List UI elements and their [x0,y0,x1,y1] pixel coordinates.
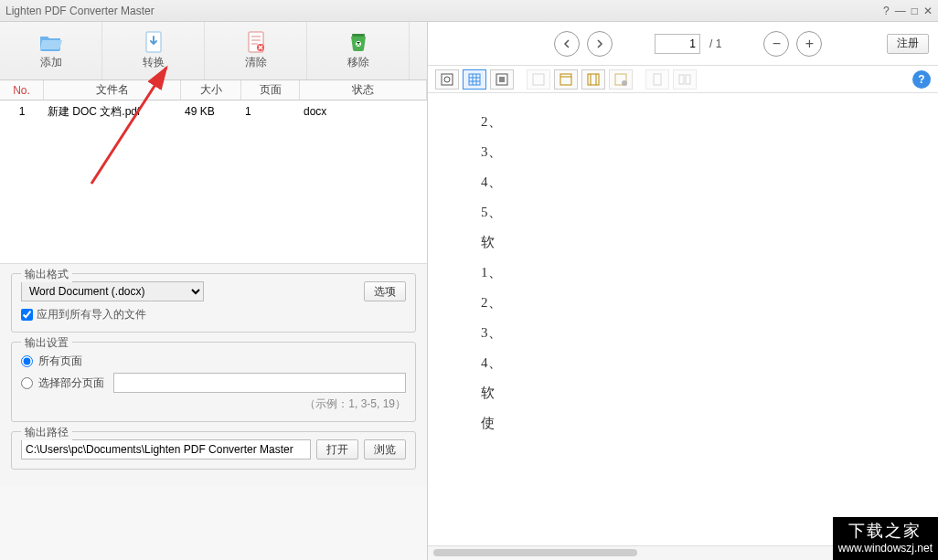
clear-label: 清除 [245,55,267,70]
svg-rect-18 [560,74,571,85]
apply-all-checkbox[interactable]: 应用到所有导入的文件 [21,307,406,322]
left-panel: 添加 转换 清除 移除 No. 文 [0,22,428,560]
th-no[interactable]: No. [0,80,44,100]
view-page-icon[interactable] [554,69,578,90]
radio-all-pages[interactable]: 所有页面 [21,354,406,369]
prev-page-button[interactable] [554,31,580,57]
svg-rect-25 [654,74,661,85]
preview-line: 使 [481,415,931,432]
browse-button[interactable]: 浏览 [364,439,406,460]
preview-line: 1、 [481,264,931,281]
output-settings-legend: 输出设置 [21,335,72,351]
close-icon[interactable]: ✕ [923,5,933,17]
add-button[interactable]: 添加 [0,22,102,79]
preview-area[interactable]: 2、 3、 4、 5、 软 1、 2、 3、 4、 软 使 [428,93,938,545]
next-page-button[interactable] [587,31,613,57]
page-total: / 1 [709,37,721,50]
zoom-out-button[interactable]: − [763,31,789,57]
cell-no: 1 [0,105,44,118]
svg-rect-26 [679,75,684,84]
svg-point-9 [444,77,450,82]
th-status[interactable]: 状态 [300,80,427,100]
cell-status: docx [300,105,427,118]
radio-all-input[interactable] [21,355,33,367]
view-actual-icon[interactable] [435,69,459,90]
th-size[interactable]: 大小 [181,80,241,100]
cell-size: 49 KB [181,105,241,118]
output-format-legend: 输出格式 [21,267,72,282]
apply-all-input[interactable] [21,309,33,321]
radio-select-label: 选择部分页面 [38,375,104,391]
radio-all-label: 所有页面 [38,354,82,369]
svg-rect-17 [533,74,544,85]
convert-label: 转换 [143,55,165,70]
trash-icon [346,31,371,53]
svg-rect-27 [686,75,690,84]
preview-nav: / 1 − + 注册 [428,22,938,66]
view-grid-icon[interactable] [463,69,486,90]
preview-line: 3、 [481,324,931,342]
right-panel: / 1 − + 注册 ? 2、 3、 4、 5、 软 1、 [428,22,938,560]
output-path-legend: 输出路径 [21,425,72,440]
view-single-icon [645,69,669,90]
minimize-icon[interactable]: — [895,5,906,17]
remove-label: 移除 [347,55,369,70]
table-header: No. 文件名 大小 页面 状态 [0,80,427,100]
register-button[interactable]: 注册 [887,34,929,54]
view-disabled2-icon [609,69,633,90]
table-row[interactable]: 1 新建 DOC 文档.pdf 49 KB 1 docx [0,100,427,122]
add-label: 添加 [40,55,62,70]
svg-rect-8 [442,74,453,85]
clear-button[interactable]: 清除 [205,22,307,79]
preview-line: 软 [481,385,931,402]
document-convert-icon [141,31,166,53]
page-range-input[interactable] [113,373,406,393]
view-width-icon[interactable] [581,69,605,90]
table-body: 1 新建 DOC 文档.pdf 49 KB 1 docx [0,100,427,263]
page-range-example: （示例：1, 3-5, 19） [21,396,406,412]
watermark: 下载之家 www.windowszj.net [833,517,938,560]
preview-line: 2、 [481,294,931,312]
view-disabled1-icon [527,69,550,90]
th-page[interactable]: 页面 [241,80,300,100]
cell-filename: 新建 DOC 文档.pdf [44,104,181,120]
svg-rect-6 [352,34,365,37]
preview-line: 4、 [481,174,931,191]
radio-select-input[interactable] [21,377,33,389]
open-button[interactable]: 打开 [316,439,358,460]
zoom-in-button[interactable]: + [796,31,822,57]
svg-rect-20 [588,74,599,85]
view-toolbar: ? [428,66,938,93]
titlebar: Lighten PDF Converter Master ? — □ ✕ [0,0,938,22]
document-clear-icon [243,31,269,53]
apply-all-label: 应用到所有导入的文件 [37,307,146,322]
view-double-icon [673,69,697,90]
watermark-brand: 下载之家 [838,521,933,542]
svg-rect-16 [499,77,505,82]
svg-rect-10 [469,74,480,85]
watermark-url: www.windowszj.net [838,542,933,556]
page-number-input[interactable] [655,34,700,54]
cell-page: 1 [241,105,300,118]
window-title: Lighten PDF Converter Master [5,5,883,17]
main-toolbar: 添加 转换 清除 移除 [0,22,427,80]
help-button[interactable]: ? [912,70,931,89]
preview-line: 4、 [481,354,931,372]
output-path-input[interactable] [21,439,311,460]
preview-content: 2、 3、 4、 5、 软 1、 2、 3、 4、 软 使 [435,113,931,432]
view-fit-icon[interactable] [490,69,514,90]
th-filename[interactable]: 文件名 [44,80,181,100]
convert-button[interactable]: 转换 [102,22,205,79]
output-format-group: 输出格式 Word Document (.docx) 选项 应用到所有导入的文件 [11,273,416,333]
format-select[interactable]: Word Document (.docx) [21,281,204,301]
preview-line: 软 [481,234,931,251]
remove-button[interactable]: 移除 [307,22,410,79]
preview-line: 3、 [481,143,931,161]
maximize-icon[interactable]: □ [911,5,918,17]
output-path-group: 输出路径 打开 浏览 [11,431,416,470]
folder-open-icon [38,31,64,53]
radio-select-pages[interactable]: 选择部分页面 [21,373,406,393]
help-icon[interactable]: ? [883,5,890,17]
options-button[interactable]: 选项 [364,281,406,301]
preview-line: 2、 [481,113,931,131]
